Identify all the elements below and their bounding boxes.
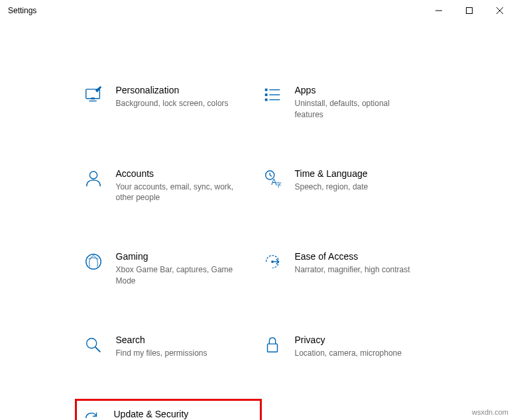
tile-desc: Location, camera, microphone bbox=[295, 348, 402, 359]
window-title: Settings bbox=[8, 6, 424, 15]
tile-personalization[interactable]: Personalization Background, lock screen,… bbox=[79, 81, 258, 125]
minimize-button[interactable] bbox=[424, 0, 454, 21]
svg-line-16 bbox=[270, 175, 272, 176]
tile-title: Time & Language bbox=[295, 168, 369, 179]
close-button[interactable] bbox=[485, 0, 515, 21]
tile-gaming[interactable]: Gaming Xbox Game Bar, captures, Game Mod… bbox=[79, 247, 258, 291]
svg-text:字: 字 bbox=[275, 182, 281, 188]
tile-text: Privacy Location, camera, microphone bbox=[295, 335, 402, 359]
tile-search[interactable]: Search Find my files, permissions bbox=[79, 331, 258, 363]
tile-text: Personalization Background, lock screen,… bbox=[116, 85, 229, 109]
tile-desc: Speech, region, date bbox=[295, 182, 369, 193]
tile-ease-of-access[interactable]: Ease of Access Narrator, magnifier, high… bbox=[258, 247, 437, 291]
tile-desc: Narrator, magnifier, high contrast bbox=[295, 264, 410, 276]
time-language-icon: A字 bbox=[262, 168, 283, 189]
settings-content: Personalization Background, lock screen,… bbox=[0, 21, 515, 420]
tile-accounts[interactable]: Accounts Your accounts, email, sync, wor… bbox=[79, 164, 258, 208]
titlebar: Settings bbox=[0, 0, 515, 21]
gaming-icon bbox=[83, 251, 104, 272]
svg-point-19 bbox=[86, 254, 101, 270]
svg-rect-1 bbox=[467, 8, 473, 14]
svg-point-21 bbox=[271, 260, 274, 263]
tile-desc: Uninstall, defaults, optional features bbox=[295, 98, 414, 121]
tile-title: Update & Security bbox=[114, 409, 233, 419]
search-icon bbox=[83, 335, 104, 356]
tile-desc: Background, lock screen, colors bbox=[116, 98, 229, 109]
tile-text: Apps Uninstall, defaults, optional featu… bbox=[295, 85, 414, 121]
accounts-icon bbox=[83, 168, 104, 189]
tile-text: Gaming Xbox Game Bar, captures, Game Mod… bbox=[116, 251, 235, 287]
tile-apps[interactable]: Apps Uninstall, defaults, optional featu… bbox=[258, 81, 437, 125]
tile-title: Gaming bbox=[116, 251, 235, 262]
svg-rect-8 bbox=[264, 93, 267, 96]
tile-desc: Your accounts, email, sync, work, other … bbox=[116, 182, 235, 204]
personalization-icon bbox=[83, 85, 104, 106]
tile-title: Search bbox=[116, 335, 207, 345]
window-controls bbox=[424, 0, 515, 21]
ease-of-access-icon bbox=[262, 251, 283, 272]
update-security-icon bbox=[81, 409, 102, 420]
tile-text: Update & Security Windows Update, recove… bbox=[114, 409, 233, 420]
svg-rect-9 bbox=[264, 99, 267, 101]
svg-point-13 bbox=[89, 171, 97, 178]
apps-icon bbox=[262, 85, 283, 106]
tile-title: Apps bbox=[295, 85, 414, 95]
svg-rect-24 bbox=[267, 344, 277, 352]
tile-privacy[interactable]: Privacy Location, camera, microphone bbox=[258, 331, 437, 363]
tile-desc: Xbox Game Bar, captures, Game Mode bbox=[116, 264, 235, 287]
tile-text: Time & Language Speech, region, date bbox=[295, 168, 369, 193]
svg-rect-7 bbox=[264, 89, 267, 91]
tile-title: Personalization bbox=[116, 85, 229, 95]
tile-text: Ease of Access Narrator, magnifier, high… bbox=[295, 251, 410, 276]
watermark: wsxdn.com bbox=[472, 408, 508, 416]
settings-grid: Personalization Background, lock screen,… bbox=[79, 81, 437, 420]
tile-time-language[interactable]: A字 Time & Language Speech, region, date bbox=[258, 164, 437, 208]
tile-update-security[interactable]: Update & Security Windows Update, recove… bbox=[75, 399, 262, 420]
tile-title: Privacy bbox=[295, 335, 402, 345]
tile-title: Ease of Access bbox=[295, 251, 410, 262]
tile-text: Search Find my files, permissions bbox=[116, 335, 207, 359]
svg-point-22 bbox=[86, 338, 96, 348]
privacy-icon bbox=[262, 335, 283, 356]
tile-text: Accounts Your accounts, email, sync, wor… bbox=[116, 168, 235, 204]
svg-line-23 bbox=[95, 347, 100, 352]
tile-title: Accounts bbox=[116, 168, 235, 179]
tile-desc: Find my files, permissions bbox=[116, 348, 207, 359]
maximize-button[interactable] bbox=[454, 0, 485, 21]
